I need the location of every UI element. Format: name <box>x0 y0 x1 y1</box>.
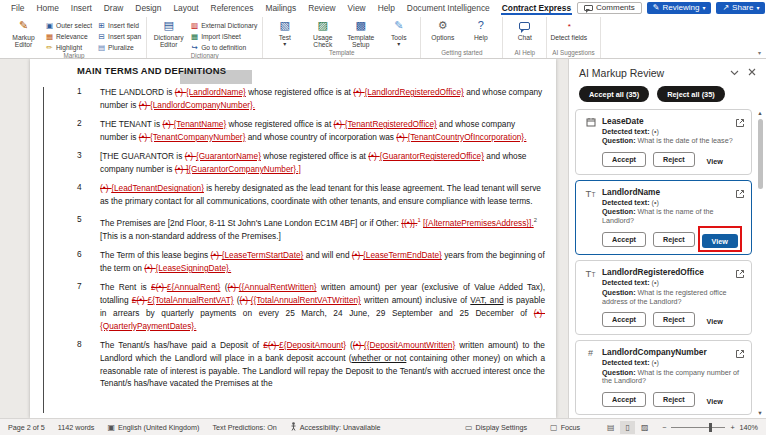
ribbon-button-insert-span[interactable]: ⊟Insert span <box>95 31 143 41</box>
accept-button[interactable]: Accept <box>602 152 646 167</box>
ribbon-button-outer-select[interactable]: ▣Outer select <box>43 20 94 30</box>
tab-home[interactable]: Home <box>31 0 65 15</box>
ribbon-button-test[interactable]: ▧Test▾ <box>266 17 303 47</box>
tab-document-intelligence[interactable]: Document Intelligence <box>401 0 496 15</box>
ribbon: ✎Markup Editor▣Outer select▦Relevance✏Hi… <box>0 15 766 59</box>
zoom-out-button[interactable]: − <box>662 423 666 432</box>
view-mode-switcher: ▤ ▯ ▨ <box>603 421 652 434</box>
status-page-2-of-5[interactable]: Page 2 of 5 <box>8 423 45 432</box>
ai-markup-review-panel: AI Markup Review Accept all (35) Reject … <box>568 59 766 418</box>
tab-references[interactable]: References <box>205 0 260 15</box>
zoom-slider-thumb[interactable] <box>709 423 712 432</box>
ribbon-button-usage-check[interactable]: ▨Usage Check <box>304 17 341 49</box>
paragraph-text: The Rent is £(•)-£{AnnualRent} ((•)-({An… <box>100 281 545 332</box>
suggestion-card-landlordcompanynumber[interactable]: #LandlordCompanyNumberDetected text: (•)… <box>575 340 752 415</box>
ribbon-button-options[interactable]: ⚙Options <box>424 17 461 41</box>
ribbon-button-label: Help <box>474 34 488 41</box>
pen-icon: ✎ <box>653 4 660 12</box>
ribbon-button-go-to-definition[interactable]: ↪Go to definition <box>188 42 259 52</box>
status-english-united-kingdom[interactable]: ▣English (United Kingdom) <box>107 423 199 432</box>
suggestion-card-leasedate[interactable]: LeaseDateDetected text: (•)Question: Wha… <box>575 109 752 175</box>
reject-button[interactable]: Reject <box>653 232 695 247</box>
number-field-icon: # <box>583 348 598 358</box>
panel-scrollbar[interactable]: ▲ ▼ <box>755 109 765 417</box>
tab-help[interactable]: Help <box>372 0 401 15</box>
tab-file[interactable]: File <box>5 0 31 15</box>
comments-button[interactable]: Comments <box>577 2 642 14</box>
display-settings-label: Display Settings <box>476 423 528 432</box>
tab-view[interactable]: View <box>342 0 372 15</box>
reject-button[interactable]: Reject <box>653 392 695 407</box>
reject-button[interactable]: Reject <box>653 312 695 327</box>
share-button[interactable]: ↗ Share ▾ <box>716 2 765 14</box>
tab-design[interactable]: Design <box>129 0 167 15</box>
open-card-button[interactable] <box>735 267 745 282</box>
web-layout-button[interactable]: ▨ <box>637 421 652 434</box>
view-button[interactable]: View <box>702 395 728 408</box>
ribbon-button-chat[interactable]: Chat <box>506 17 543 41</box>
accept-button[interactable]: Accept <box>602 232 646 247</box>
ribbon-button-highlight[interactable]: ✏Highlight <box>43 42 94 52</box>
focus-button[interactable]: ▢ Focus <box>550 423 580 432</box>
status-accessibility-unavailable[interactable]: Accessibility: Unavailable <box>290 422 381 433</box>
tab-insert[interactable]: Insert <box>65 0 98 15</box>
reject-all-button[interactable]: Reject all (35) <box>657 86 725 102</box>
scrollbar-thumb[interactable] <box>758 119 763 189</box>
view-button[interactable]: View <box>702 234 738 248</box>
ribbon-button-dictionary-editor[interactable]: ▤Dictionary Editor <box>150 17 187 49</box>
relevance-icon: ▦ <box>45 32 54 41</box>
title-tab-bar: FileHomeInsertDrawDesignLayoutReferences… <box>0 0 766 15</box>
open-card-button[interactable] <box>735 347 745 362</box>
view-button[interactable]: View <box>702 315 728 328</box>
tab-layout[interactable]: Layout <box>167 0 204 15</box>
ribbon-button-pluralize[interactable]: ▤Pluralize <box>95 42 143 52</box>
ribbon-button-relevance[interactable]: ▦Relevance <box>43 31 94 41</box>
ribbon-button-label: Markup Editor <box>5 34 42 49</box>
accept-button[interactable]: Accept <box>602 392 646 407</box>
ribbon-button-help[interactable]: ?Help <box>462 17 499 41</box>
go-to-definition-icon: ↪ <box>190 43 199 52</box>
ribbon-button-label: Highlight <box>56 44 82 51</box>
accept-all-button[interactable]: Accept all (35) <box>579 86 649 102</box>
ribbon-button-insert-field[interactable]: ⊞Insert field <box>95 20 143 30</box>
document-page[interactable]: MAIN TERMS AND DEFINITIONS 1THE LANDLORD… <box>30 59 556 418</box>
ribbon-button-detect-fields[interactable]: Detect fields <box>550 17 587 41</box>
panel-collapse-button[interactable] <box>730 69 739 78</box>
document-heading: MAIN TERMS AND DEFINITIONS <box>77 65 545 76</box>
print-layout-button[interactable]: ▯ <box>620 421 635 434</box>
suggestion-card-landlordname[interactable]: TTLandlordNameDetected text: (•)Question… <box>575 180 752 255</box>
status-text-predictions-on[interactable]: Text Predictions: On <box>212 423 276 432</box>
ribbon-button-template-setup[interactable]: ▩Template Setup <box>342 17 379 49</box>
read-mode-button[interactable]: ▤ <box>603 421 618 434</box>
document-paragraph: 2THE TENANT is (•)-{TenantName} whose re… <box>77 118 545 144</box>
scroll-down-icon[interactable]: ▼ <box>757 409 762 417</box>
zoom-in-button[interactable]: + <box>730 423 734 432</box>
reviewing-button[interactable]: ✎ Reviewing ▾ <box>647 2 712 14</box>
accept-button[interactable]: Accept <box>602 312 646 327</box>
tab-mailings[interactable]: Mailings <box>259 0 302 15</box>
ribbon-button-import-isheet[interactable]: ▦Import iSheet <box>188 31 259 41</box>
card-field-name: LandlordCompanyNumber <box>602 347 745 357</box>
document-paragraph: 8The Tenant/s has/have paid a Deposit of… <box>77 339 545 390</box>
card-field-name: LandlordName <box>602 187 745 197</box>
card-question: Question: What is the date of the lease? <box>602 137 745 146</box>
ribbon-button-tools[interactable]: ✎Tools▾ <box>380 17 417 47</box>
reject-button[interactable]: Reject <box>653 152 695 167</box>
tab-contract-express[interactable]: Contract Express <box>496 0 577 15</box>
ribbon-collapse-icon[interactable]: ▾ <box>758 49 761 56</box>
status-1142-words[interactable]: 1142 words <box>58 423 95 432</box>
ribbon-button-external-dictionary[interactable]: ▥External Dictionary <box>188 20 259 30</box>
scroll-up-icon[interactable]: ▲ <box>757 109 762 117</box>
chevron-down-icon: ▾ <box>756 5 759 11</box>
ribbon-button-label: Options <box>431 34 454 41</box>
view-button[interactable]: View <box>702 155 728 168</box>
panel-close-button[interactable] <box>748 68 756 78</box>
display-settings-button[interactable]: ▭ Display Settings <box>465 423 527 432</box>
open-card-button[interactable] <box>735 187 745 202</box>
ribbon-button-markup-editor[interactable]: ✎Markup Editor <box>5 17 42 49</box>
zoom-slider[interactable] <box>671 427 725 428</box>
suggestion-card-landlordregisteredoffice[interactable]: TTLandlordRegisteredOfficeDetected text:… <box>575 260 752 335</box>
open-card-button[interactable] <box>735 116 745 131</box>
tab-review[interactable]: Review <box>302 0 341 15</box>
tab-draw[interactable]: Draw <box>98 0 130 15</box>
